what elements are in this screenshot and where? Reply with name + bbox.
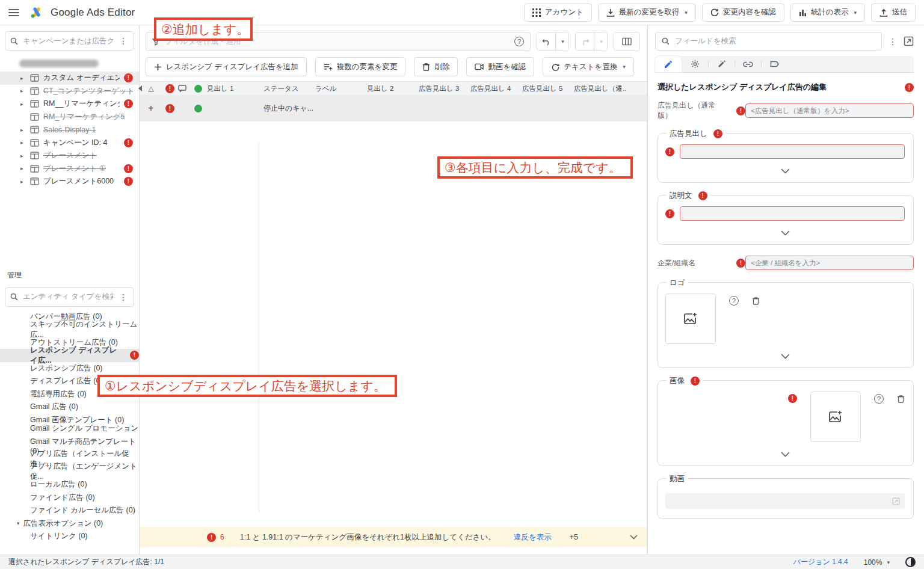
help-icon[interactable]: ? <box>514 37 524 46</box>
entity-type-item[interactable]: ▾ Gmail 広告 (0) ! <box>0 401 139 414</box>
tree-item[interactable]: ▸ プレースメント ① ! <box>0 162 139 176</box>
check-video-button[interactable]: 動画を確認 <box>466 57 534 76</box>
tree-item[interactable]: ▸ プレースメント6000 ! <box>0 175 139 188</box>
column-header[interactable]: ラベル <box>315 84 367 93</box>
kebab-menu-icon[interactable]: ⋮ <box>118 292 129 302</box>
menu-icon[interactable] <box>8 9 19 16</box>
expand-logo-chevron-icon[interactable] <box>665 344 905 363</box>
add-logo-button[interactable] <box>665 294 716 344</box>
undo-button[interactable] <box>537 32 555 51</box>
expand-arrow-icon[interactable]: ▸ <box>20 153 26 159</box>
theme-toggle-icon[interactable] <box>905 557 916 567</box>
account-name-redacted[interactable] <box>19 60 99 67</box>
headline-normal-input[interactable]: <広告見出し（通常版）を入力> <box>745 103 914 118</box>
entity-type-item[interactable]: ▾ ファインド広告 (0) ! <box>0 491 139 505</box>
panel-collapse-arrow[interactable] <box>138 85 142 91</box>
post-button[interactable]: 送信 <box>871 4 916 22</box>
version-link[interactable]: バージョン 1.4.4 <box>793 557 848 567</box>
edit-panel: フィールドを検索 ⋮ <box>647 25 924 555</box>
undo-dropdown-button[interactable]: ▾ <box>555 32 568 51</box>
field-search-input[interactable]: フィールドを検索 <box>655 32 882 51</box>
tree-item[interactable]: ▸ カスタム オーディエンス ! <box>0 72 139 85</box>
column-header[interactable]: 広告見出し 5 <box>522 84 574 93</box>
tree-item[interactable]: ▸ キャンペーン ID: 4 ! <box>0 137 139 150</box>
help-icon[interactable]: ? <box>729 296 739 306</box>
expand-arrow-icon[interactable]: ▸ <box>20 75 26 81</box>
tab-tools[interactable] <box>708 56 735 72</box>
expand-images-chevron-icon[interactable] <box>665 442 905 461</box>
magic-wand-icon <box>717 60 726 69</box>
descriptions-card: 説明文! ! <box>658 195 914 245</box>
expand-arrow-icon[interactable]: ▸ <box>20 140 26 146</box>
redo-icon <box>581 38 590 46</box>
entity-type-item[interactable]: ▾ サイトリンク (0) ! <box>0 530 139 543</box>
tree-item[interactable]: ▸ CT_コンテンツターゲット ! <box>0 85 139 98</box>
tree-item[interactable]: ▸ Sales-Display-1 ! <box>0 123 139 137</box>
column-header[interactable]: 見出し 2 <box>367 84 419 93</box>
trash-icon[interactable] <box>897 395 905 403</box>
campaign-search[interactable]: キャンペーンまたは広告グル... ⋮ <box>5 31 134 51</box>
column-header[interactable]: 広告見出し 3 <box>419 84 470 93</box>
tab-links[interactable] <box>735 56 761 72</box>
expand-arrow-icon[interactable]: ▸ <box>20 88 26 94</box>
business-name-input[interactable]: <企業 / 組織名を入力> <box>745 256 914 270</box>
columns-button[interactable] <box>614 32 640 51</box>
entity-type-item[interactable]: ▾ 広告表示オプション (0) ! <box>0 517 139 531</box>
expand-headlines-chevron-icon[interactable] <box>665 159 905 177</box>
entity-type-search[interactable]: エンティティ タイプを検索 ⋮ <box>5 288 134 307</box>
tab-labels[interactable] <box>761 56 787 72</box>
column-header[interactable]: ステータス <box>263 84 315 93</box>
tree-item[interactable]: ▸ プレースメント ! <box>0 149 139 162</box>
status-column-icon[interactable] <box>190 85 206 93</box>
get-recent-changes-button[interactable]: 最新の変更を取得 ▾ <box>598 4 696 22</box>
column-header[interactable]: 広告見出し 4 <box>470 84 522 93</box>
expand-descriptions-chevron-icon[interactable] <box>665 221 905 239</box>
tab-edit[interactable] <box>655 56 682 72</box>
entity-type-item[interactable]: ▾ アプリ広告（エンゲージメント促... ! <box>0 466 139 479</box>
check-changes-button[interactable]: 変更内容を確認 <box>702 4 784 22</box>
edit-multiple-button[interactable]: 複数の要素を変更 <box>315 57 406 76</box>
app-title: Google Ads Editor <box>51 7 135 19</box>
entity-type-label: アプリ広告（エンゲージメント促... <box>30 461 139 482</box>
accounts-button[interactable]: アカウント <box>524 4 592 22</box>
status-cell: 停止中のキャ... <box>263 103 315 114</box>
change-status-column-icon[interactable]: △ <box>143 84 159 93</box>
comment-column-icon[interactable] <box>174 85 190 92</box>
add-image-button[interactable] <box>810 392 861 442</box>
entity-type-item[interactable]: ▾ ファインド カルーセル広告 (0) ! <box>0 504 139 517</box>
entity-type-item[interactable]: ▾ スキップ不可のインストリーム広... ! <box>0 323 139 336</box>
delete-button[interactable]: 削除 <box>414 57 458 76</box>
trash-icon[interactable] <box>752 297 760 305</box>
kebab-menu-icon[interactable]: ⋮ <box>118 36 129 46</box>
help-icon[interactable]: ? <box>874 394 884 404</box>
column-header[interactable]: 見出し 1 <box>206 84 263 93</box>
show-stats-button[interactable]: 統計の表示 ▾ <box>790 4 865 22</box>
add-responsive-display-ad-button[interactable]: レスポンシブ ディスプレイ広告を追加 <box>146 57 307 76</box>
error-column-icon[interactable]: ! <box>159 84 174 93</box>
check-changes-label: 変更内容を確認 <box>723 7 776 17</box>
status-bar: 選択されたレスポンシブ ディスプレイ広告: 1/1 バージョン 1.4.4 10… <box>0 555 924 569</box>
show-violations-link[interactable]: 違反を表示 <box>514 532 552 543</box>
redo-button[interactable] <box>576 32 594 51</box>
tree-item[interactable]: ▸ RM__リマーケティング ! <box>0 97 139 111</box>
zoom-control[interactable]: 100% ▾ <box>864 558 890 567</box>
table-row[interactable]: + ! 停止中のキャ... <box>140 95 647 121</box>
redo-dropdown-button[interactable]: ▾ <box>594 32 607 51</box>
tree-item[interactable]: ▸ RM_リマーケティング5 ! <box>0 111 139 124</box>
headline-input[interactable] <box>680 144 905 159</box>
kebab-menu-icon[interactable]: ⋮ <box>887 37 898 46</box>
grid-icon <box>532 8 541 17</box>
expand-violations-chevron-icon[interactable] <box>630 533 638 541</box>
expand-arrow-icon[interactable]: ▸ <box>20 179 26 185</box>
expand-arrow-icon[interactable]: ▸ <box>20 101 26 107</box>
replace-text-button[interactable]: テキストを置換 ▾ <box>543 57 634 76</box>
entity-type-item[interactable]: ▾ レスポンシブ ディスプレイ広... ! <box>0 349 139 362</box>
column-header[interactable]: 広告見出し（遷... <box>574 84 626 93</box>
more-violations-count[interactable]: +5 <box>570 533 578 541</box>
description-input[interactable] <box>680 206 905 221</box>
open-in-window-icon[interactable] <box>904 36 914 46</box>
expand-arrow-icon[interactable]: ▸ <box>20 127 26 133</box>
collapse-arrow-icon[interactable]: ▾ <box>17 520 20 526</box>
expand-arrow-icon[interactable]: ▸ <box>20 165 26 171</box>
tab-settings[interactable] <box>682 56 708 72</box>
